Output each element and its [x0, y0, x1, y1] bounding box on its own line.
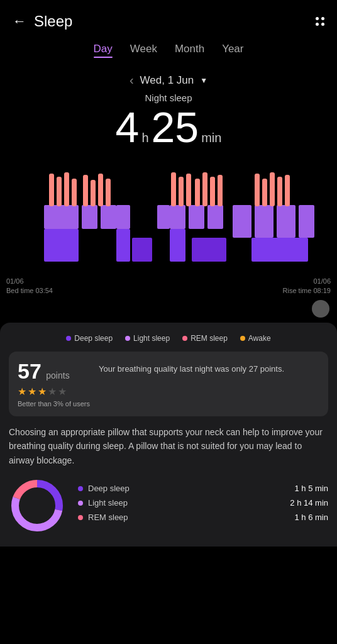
sleep-hours-value: 4 — [116, 106, 140, 148]
svg-rect-9 — [101, 205, 116, 229]
sleep-breakdown: Deep sleep 1 h 5 min Light sleep 2 h 14 … — [9, 477, 328, 534]
svg-rect-8 — [82, 205, 97, 229]
svg-rect-24 — [91, 180, 96, 206]
svg-rect-17 — [277, 205, 296, 238]
page-title: Sleep — [34, 13, 72, 30]
dot-icon — [316, 23, 319, 26]
svg-rect-32 — [210, 177, 215, 206]
back-button[interactable]: ← — [13, 13, 26, 30]
dot-icon — [316, 17, 319, 20]
date-display: Wed, 1 Jun — [140, 74, 194, 87]
svg-rect-31 — [202, 172, 207, 206]
legend-awake: Awake — [240, 334, 271, 343]
svg-rect-16 — [255, 205, 273, 238]
date-row: ‹ Wed, 1 Jun ▼ — [0, 73, 337, 87]
breakdown-deep-time: 1 h 5 min — [295, 484, 328, 493]
advice-text: Choosing an appropriate pillow that supp… — [9, 425, 328, 467]
sleep-legend: Deep sleep Light sleep REM sleep Awake — [0, 334, 337, 343]
card-area: Deep sleep Light sleep REM sleep Awake 5… — [0, 323, 337, 547]
date-dropdown-arrow[interactable]: ▼ — [200, 76, 207, 85]
sleep-type-label: Night sleep — [0, 92, 337, 103]
header: ← Sleep — [0, 0, 337, 36]
breakdown-rem-dot — [78, 515, 83, 520]
tabs: Day Week Month Year — [0, 36, 337, 63]
svg-rect-15 — [233, 205, 251, 238]
sleep-minutes-value: 25 — [152, 106, 199, 148]
scroll-dot — [312, 300, 329, 318]
sleep-hours-unit: h — [141, 131, 148, 145]
breakdown-light-time: 2 h 14 min — [290, 498, 328, 508]
sleep-chart — [6, 161, 331, 274]
svg-rect-26 — [106, 179, 111, 206]
breakdown-rem-sleep: REM sleep 1 h 6 min — [78, 513, 328, 522]
previous-date-button[interactable]: ‹ — [130, 73, 134, 87]
svg-rect-34 — [255, 174, 260, 206]
svg-rect-10 — [116, 205, 130, 229]
svg-rect-38 — [285, 175, 290, 206]
awake-dot — [240, 336, 245, 341]
donut-svg — [9, 477, 65, 534]
tab-week[interactable]: Week — [130, 43, 157, 58]
breakdown-rem-time: 1 h 6 min — [295, 513, 328, 522]
star-5: ★ — [58, 386, 67, 397]
svg-rect-4 — [170, 229, 185, 262]
svg-rect-36 — [270, 172, 275, 206]
score-description: Your breathing quality last night was on… — [99, 360, 319, 408]
breakdown-deep-label: Deep sleep — [88, 484, 290, 493]
svg-rect-21 — [64, 172, 69, 206]
tab-day[interactable]: Day — [94, 43, 113, 58]
breakdown-deep-sleep: Deep sleep 1 h 5 min — [78, 484, 328, 493]
scroll-indicator — [0, 300, 337, 318]
rem-sleep-dot — [182, 336, 187, 341]
svg-rect-18 — [299, 205, 314, 238]
svg-rect-35 — [262, 179, 267, 206]
breakdown-list: Deep sleep 1 h 5 min Light sleep 2 h 14 … — [78, 484, 328, 527]
rise-time-label: 01/06 Rise time 08:19 — [283, 277, 331, 296]
svg-rect-6 — [251, 238, 308, 262]
svg-rect-30 — [195, 179, 200, 206]
tab-year[interactable]: Year — [222, 43, 243, 58]
star-4: ★ — [48, 386, 57, 397]
svg-rect-3 — [132, 238, 152, 262]
deep-sleep-label: Deep sleep — [74, 334, 113, 343]
dot-icon — [321, 17, 324, 20]
star-3: ★ — [38, 386, 47, 397]
score-left: 57 points ★ ★ ★ ★ ★ Better than 3% of us… — [18, 360, 90, 408]
svg-rect-7 — [44, 205, 79, 229]
bed-time-label: 01/06 Bed time 03:54 — [6, 277, 53, 296]
light-sleep-dot — [125, 336, 130, 341]
breakdown-light-sleep: Light sleep 2 h 14 min — [78, 498, 328, 508]
score-card: 57 points ★ ★ ★ ★ ★ Better than 3% of us… — [9, 352, 328, 416]
score-points-value: 57 points — [18, 360, 90, 382]
svg-rect-5 — [192, 238, 226, 262]
awake-label: Awake — [248, 334, 271, 343]
star-2: ★ — [28, 386, 36, 397]
sleep-duration: 4 h 25 min — [0, 106, 337, 148]
legend-deep-sleep: Deep sleep — [66, 334, 113, 343]
sleep-chart-svg — [6, 161, 331, 274]
svg-rect-11 — [157, 205, 170, 229]
deep-sleep-dot — [66, 336, 71, 341]
legend-rem-sleep: REM sleep — [182, 334, 228, 343]
svg-rect-1 — [44, 229, 79, 262]
svg-rect-19 — [49, 174, 54, 206]
svg-rect-20 — [57, 177, 62, 206]
svg-rect-23 — [83, 175, 88, 206]
svg-rect-22 — [72, 179, 77, 206]
svg-rect-25 — [98, 174, 103, 206]
svg-rect-27 — [171, 172, 176, 206]
star-1: ★ — [18, 386, 26, 397]
more-options-button[interactable] — [316, 17, 324, 26]
breakdown-light-dot — [78, 501, 83, 506]
score-percentile: Better than 3% of users — [18, 400, 90, 408]
breakdown-light-label: Light sleep — [88, 498, 285, 508]
light-sleep-label: Light sleep — [133, 334, 170, 343]
tab-month[interactable]: Month — [175, 43, 204, 58]
chart-timestamps: 01/06 Bed time 03:54 01/06 Rise time 08:… — [0, 274, 337, 296]
rem-sleep-label: REM sleep — [191, 334, 228, 343]
header-left: ← Sleep — [13, 13, 72, 30]
svg-rect-29 — [186, 174, 191, 206]
score-stars: ★ ★ ★ ★ ★ — [18, 386, 90, 397]
breakdown-deep-dot — [78, 486, 83, 491]
svg-rect-37 — [277, 177, 282, 206]
